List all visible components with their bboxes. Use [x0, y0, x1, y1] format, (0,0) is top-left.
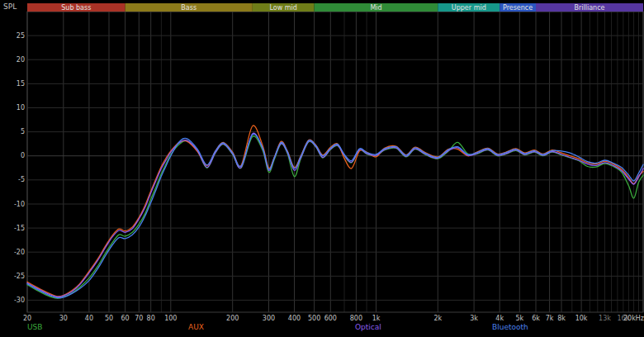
y-tick-label: -5 — [18, 176, 25, 183]
y-tick-label: 5 — [21, 128, 25, 135]
x-tick-label: 300 — [263, 315, 275, 322]
x-tick-label: 30 — [59, 315, 68, 322]
x-tick-label: 6k — [532, 315, 540, 322]
x-tick-label: 400 — [288, 315, 301, 322]
x-tick-label: 4k — [495, 315, 504, 322]
y-tick-label: 10 — [17, 104, 25, 112]
y-tick-label: 0 — [21, 152, 25, 159]
x-tick-label: 8k — [557, 315, 566, 322]
band-label-presence: Presence — [503, 4, 533, 12]
x-tick-label: 600 — [324, 315, 337, 322]
x-tick-label: 5k — [515, 315, 523, 322]
x-tick-label: 7k — [546, 315, 554, 322]
spl-frequency-response-screen: Sub bassBassLow midMidUpper midPresenceB… — [0, 0, 644, 337]
x-tick-label: 13k — [599, 315, 611, 322]
legend-usb[interactable]: USB — [27, 323, 42, 331]
legend-aux[interactable]: AUX — [188, 323, 204, 331]
legend-optical[interactable]: Optical — [355, 323, 381, 331]
spl-chart: Sub bassBassLow midMidUpper midPresenceB… — [0, 0, 644, 337]
y-tick-label: -10 — [14, 201, 25, 208]
x-tick-label: 70 — [135, 315, 143, 322]
spl-axis-title: SPL — [3, 2, 17, 11]
x-tick-label: 60 — [121, 315, 130, 322]
x-tick-label: 800 — [350, 315, 362, 322]
y-tick-label: 20 — [17, 56, 25, 64]
x-tick-label: 200 — [226, 315, 239, 322]
chart-background — [0, 0, 644, 337]
x-tick-label: 500 — [308, 315, 320, 322]
band-label-bass: Bass — [181, 4, 197, 12]
band-label-mid: Mid — [370, 4, 381, 12]
chart-svg: Sub bassBassLow midMidUpper midPresenceB… — [0, 0, 644, 337]
y-tick-label: 15 — [17, 80, 25, 88]
x-tick-label: 1k — [372, 315, 381, 322]
y-tick-label: -25 — [14, 273, 25, 280]
x-tick-label: 100 — [164, 315, 177, 322]
y-tick-label: -15 — [14, 225, 25, 232]
x-tick-label: 20 — [23, 315, 31, 322]
y-tick-label: -20 — [14, 249, 25, 256]
band-label-low-mid: Low mid — [270, 4, 297, 12]
legend-bluetooth[interactable]: Bluetooth — [492, 323, 528, 331]
x-tick-label: 50 — [105, 315, 113, 322]
x-tick-label: 3k — [470, 315, 478, 322]
x-tick-label: 10k — [575, 315, 588, 322]
x-tick-label: 40 — [85, 315, 93, 322]
y-tick-label: 25 — [17, 32, 25, 40]
y-tick-label: -30 — [14, 297, 25, 304]
x-tick-label: 20kHz — [623, 315, 644, 322]
x-tick-label: 80 — [147, 315, 155, 322]
band-label-brilliance: Brilliance — [575, 4, 605, 12]
band-label-upper-mid: Upper mid — [452, 4, 486, 12]
x-tick-label: 2k — [433, 315, 442, 322]
band-label-sub-bass: Sub bass — [61, 4, 91, 12]
